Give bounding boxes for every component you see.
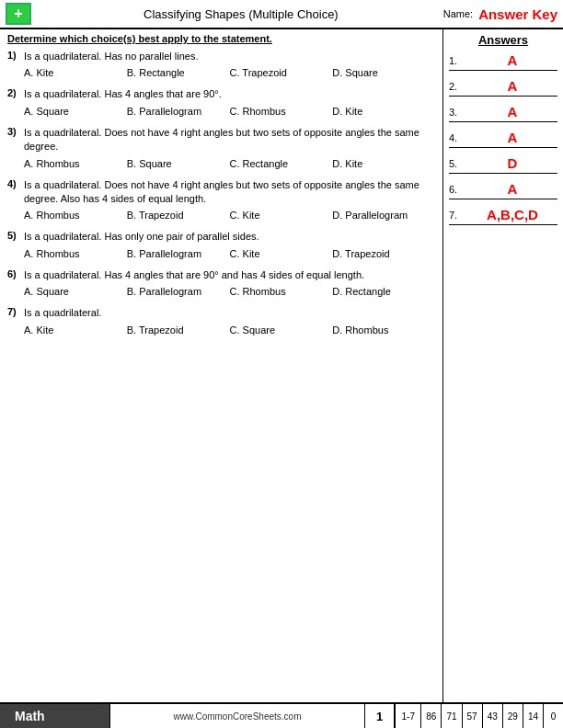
question-number-7: 7) xyxy=(7,306,24,317)
answer-number-5: 5. xyxy=(449,158,467,169)
choice-4-3: C. Kite xyxy=(230,210,333,221)
choice-2-4: D. Kite xyxy=(332,106,435,117)
questions-panel: Determine which choice(s) best apply to … xyxy=(0,29,443,702)
answer-number-4: 4. xyxy=(449,132,467,143)
answer-number-6: 6. xyxy=(449,184,467,195)
question-3: 3)Is a quadrilateral. Does not have 4 ri… xyxy=(7,126,435,169)
footer-stat-2: 57 xyxy=(462,704,482,728)
answers-container: 1.A2.A3.A4.A5.D6.A7.A,B,C,D xyxy=(449,52,557,225)
choice-3-2: B. Square xyxy=(127,158,230,169)
choice-6-3: C. Rhombus xyxy=(230,286,333,297)
question-4: 4)Is a quadrilateral. Does not have 4 ri… xyxy=(7,178,435,222)
answer-number-7: 7. xyxy=(449,210,467,221)
question-1: 1)Is a quadrilateral. Has no parallel li… xyxy=(7,50,435,78)
footer-url: www.CommonCoreSheets.com xyxy=(110,704,364,728)
question-row-5: 5)Is a quadrilateral. Has only one pair … xyxy=(7,230,435,244)
choice-3-1: A. Rhombus xyxy=(24,158,127,169)
question-number-2: 2) xyxy=(7,87,24,98)
choice-7-4: D. Rhombus xyxy=(332,324,435,336)
name-label: Name: xyxy=(443,8,473,19)
question-text-3: Is a quadrilateral. Does not have 4 righ… xyxy=(24,126,435,154)
footer-stat-5: 14 xyxy=(523,704,543,728)
question-row-1: 1)Is a quadrilateral. Has no parallel li… xyxy=(7,50,435,63)
question-number-6: 6) xyxy=(7,268,24,279)
answer-row-7: 7.A,B,C,D xyxy=(449,207,557,225)
choice-2-1: A. Square xyxy=(24,106,127,117)
choice-4-1: A. Rhombus xyxy=(24,210,127,221)
choices-1: A. KiteB. RectangleC. TrapezoidD. Square xyxy=(7,67,435,78)
choice-5-4: D. Trapezoid xyxy=(332,248,435,259)
choice-7-2: B. Trapezoid xyxy=(127,324,230,336)
choice-7-3: C. Square xyxy=(230,324,333,336)
answer-row-5: 5.D xyxy=(449,155,557,174)
page-title: Classifying Shapes (Multiple Choice) xyxy=(39,7,443,21)
choices-4: A. RhombusB. TrapezoidC. KiteD. Parallel… xyxy=(7,210,435,221)
choice-2-3: C. Rhombus xyxy=(230,106,333,117)
question-7: 7)Is a quadrilateral.A. KiteB. Trapezoid… xyxy=(7,306,435,335)
answer-row-1: 1.A xyxy=(449,52,557,71)
question-text-4: Is a quadrilateral. Does not have 4 righ… xyxy=(24,178,435,207)
choice-3-3: C. Rectangle xyxy=(230,158,333,169)
choices-6: A. SquareB. ParallelogramC. RhombusD. Re… xyxy=(7,286,435,297)
choice-3-4: D. Kite xyxy=(332,158,435,169)
footer: Math www.CommonCoreSheets.com 1 1-786715… xyxy=(0,702,563,728)
question-5: 5)Is a quadrilateral. Has only one pair … xyxy=(7,230,435,258)
question-row-4: 4)Is a quadrilateral. Does not have 4 ri… xyxy=(7,178,435,207)
choice-4-2: B. Trapezoid xyxy=(127,210,230,221)
question-row-7: 7)Is a quadrilateral. xyxy=(7,306,435,320)
choice-1-1: A. Kite xyxy=(24,67,127,78)
choices-3: A. RhombusB. SquareC. RectangleD. Kite xyxy=(7,158,435,169)
footer-page-number: 1 xyxy=(364,704,395,728)
answer-value-4: A xyxy=(467,130,557,145)
footer-stat-3: 43 xyxy=(482,704,502,728)
answer-value-3: A xyxy=(467,104,557,119)
question-2: 2)Is a quadrilateral. Has 4 angles that … xyxy=(7,87,435,116)
answer-row-3: 3.A xyxy=(449,104,557,122)
question-text-7: Is a quadrilateral. xyxy=(24,306,435,320)
choice-6-4: D. Rectangle xyxy=(332,286,435,297)
header: + Classifying Shapes (Multiple Choice) N… xyxy=(0,0,563,29)
choice-5-3: C. Kite xyxy=(230,248,333,259)
choice-7-1: A. Kite xyxy=(24,324,127,336)
answer-key-panel: Answers 1.A2.A3.A4.A5.D6.A7.A,B,C,D xyxy=(443,29,563,702)
choice-6-1: A. Square xyxy=(24,286,127,297)
choices-2: A. SquareB. ParallelogramC. RhombusD. Ki… xyxy=(7,106,435,117)
footer-stat-0: 86 xyxy=(420,704,441,728)
question-number-5: 5) xyxy=(7,230,24,241)
choice-1-2: B. Rectangle xyxy=(127,67,230,78)
question-6: 6)Is a quadrilateral. Has 4 angles that … xyxy=(7,268,435,297)
choices-5: A. RhombusB. ParallelogramC. KiteD. Trap… xyxy=(7,248,435,259)
instructions-text: Determine which choice(s) best apply to … xyxy=(7,33,435,44)
answers-title: Answers xyxy=(449,33,557,47)
question-number-4: 4) xyxy=(7,178,24,189)
question-number-1: 1) xyxy=(7,50,24,61)
answer-value-5: D xyxy=(467,155,557,171)
footer-stat-4: 29 xyxy=(502,704,523,728)
choices-7: A. KiteB. TrapezoidC. SquareD. Rhombus xyxy=(7,324,435,336)
question-row-6: 6)Is a quadrilateral. Has 4 angles that … xyxy=(7,268,435,282)
answer-value-7: A,B,C,D xyxy=(467,207,557,222)
question-row-2: 2)Is a quadrilateral. Has 4 angles that … xyxy=(7,87,435,101)
choice-1-4: D. Square xyxy=(332,67,435,78)
choice-2-2: B. Parallelogram xyxy=(127,106,230,117)
main-content: Determine which choice(s) best apply to … xyxy=(0,29,563,702)
footer-stat-6: 0 xyxy=(543,704,563,728)
answer-value-2: A xyxy=(467,78,557,94)
choice-4-4: D. Parallelogram xyxy=(332,210,435,221)
question-text-2: Is a quadrilateral. Has 4 angles that ar… xyxy=(24,87,435,101)
footer-stat-range: 1-7 xyxy=(395,704,420,728)
choice-5-1: A. Rhombus xyxy=(24,248,127,259)
questions-container: 1)Is a quadrilateral. Has no parallel li… xyxy=(7,50,435,336)
footer-stat-1: 71 xyxy=(441,704,461,728)
question-text-5: Is a quadrilateral. Has only one pair of… xyxy=(24,230,435,244)
answer-row-6: 6.A xyxy=(449,181,557,199)
question-row-3: 3)Is a quadrilateral. Does not have 4 ri… xyxy=(7,126,435,154)
choice-5-2: B. Parallelogram xyxy=(127,248,230,259)
choice-6-2: B. Parallelogram xyxy=(127,286,230,297)
footer-math-label: Math xyxy=(0,704,110,728)
answer-row-4: 4.A xyxy=(449,130,557,148)
logo-icon: + xyxy=(6,3,31,25)
answer-key-label: Answer Key xyxy=(478,6,557,22)
question-text-1: Is a quadrilateral. Has no parallel line… xyxy=(24,50,435,63)
answer-number-3: 3. xyxy=(449,107,467,118)
